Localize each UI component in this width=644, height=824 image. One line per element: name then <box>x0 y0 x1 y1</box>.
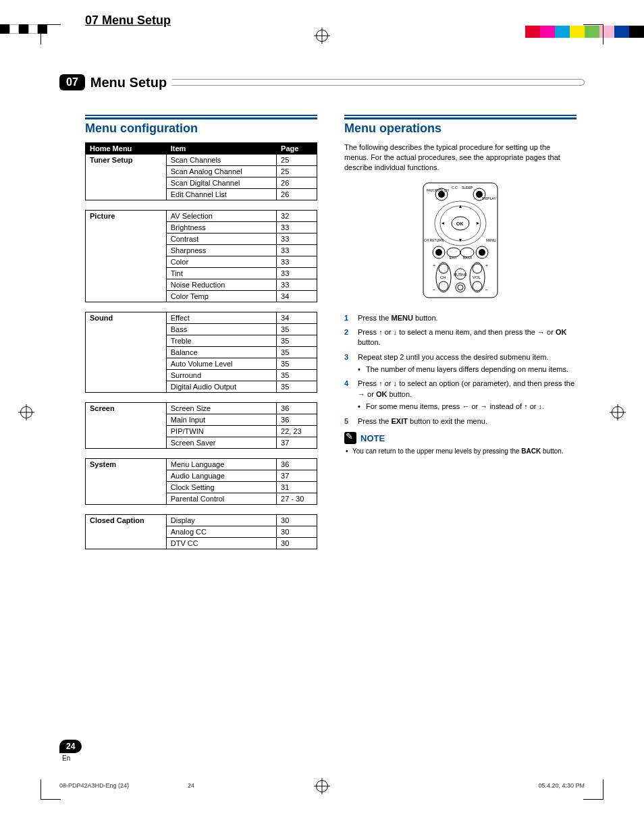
cell: 26 <box>277 177 317 189</box>
th-page: Page <box>277 143 317 155</box>
svg-text:–: – <box>485 287 488 292</box>
cell: 25 <box>277 155 317 166</box>
cat-picture: Picture <box>86 211 167 302</box>
step-5: Press the EXIT button to exit the menu. <box>344 416 576 427</box>
cell: Balance <box>166 347 276 358</box>
svg-text:FAVORITE CH: FAVORITE CH <box>427 188 449 192</box>
svg-text:CH RETURN: CH RETURN <box>424 238 444 242</box>
crop-corner-bl <box>41 779 61 800</box>
arrow-right-icon: → <box>537 328 545 336</box>
footer-left: 08-PDP42A3HD-Eng (24) <box>59 782 129 789</box>
step-2: Press ↑ or ↓ to select a menu item, and … <box>344 327 576 348</box>
cell: Bass <box>166 324 276 335</box>
cell: Clock Setting <box>166 482 276 493</box>
cell: Contrast <box>166 234 276 245</box>
svg-text:+: + <box>433 263 435 268</box>
menu-operations-column: Menu operations The following describes … <box>344 115 576 559</box>
svg-text:EXIT: EXIT <box>450 256 457 260</box>
svg-point-29 <box>473 281 482 291</box>
cell: AV Selection <box>166 211 276 222</box>
cell: Color <box>166 256 276 268</box>
cell: Parental Control <box>166 493 276 505</box>
config-table-sound: Sound Effect34 Bass35 Treble35 Balance35… <box>85 312 317 393</box>
cell: 33 <box>277 279 317 291</box>
crop-corner-tl <box>41 24 61 45</box>
chapter-header: 07 Menu Setup <box>59 74 585 90</box>
note-item: You can return to the upper menu levels … <box>346 447 576 456</box>
cell: PIP/TWIN <box>166 426 276 437</box>
svg-text:MENU: MENU <box>486 238 496 242</box>
cell: 36 <box>277 414 317 426</box>
cell: 34 <box>277 312 317 324</box>
cell: Digital Audio Output <box>166 381 276 393</box>
footer-mid: 24 <box>188 782 194 789</box>
steps-list: Press the MENU button. Press ↑ or ↓ to s… <box>344 313 576 427</box>
svg-text:MUTING: MUTING <box>454 273 467 277</box>
cat-system: System <box>86 459 167 505</box>
note-label: NOTE <box>360 433 385 443</box>
cell: Screen Saver <box>166 437 276 449</box>
page-number: 24 <box>59 740 82 753</box>
cell: 22, 23 <box>277 426 317 437</box>
svg-text:–: – <box>433 287 435 292</box>
cell: 36 <box>277 459 317 470</box>
chapter-title: Menu Setup <box>90 75 167 90</box>
cell: Color Temp <box>166 291 276 302</box>
cell: Tint <box>166 268 276 279</box>
cell: Screen Size <box>166 403 276 414</box>
cell: Edit Channel List <box>166 189 276 200</box>
svg-text:+: + <box>485 263 488 268</box>
svg-point-33 <box>456 283 465 292</box>
svg-point-25 <box>439 281 448 291</box>
running-header: 07 Menu Setup <box>85 13 171 28</box>
step-3-sub: The number of menu layers differs depend… <box>358 364 576 375</box>
note-icon <box>344 432 356 444</box>
cell: Scan Analog Channel <box>166 166 276 177</box>
cell: 33 <box>277 256 317 268</box>
svg-text:C.C.: C.C. <box>452 186 458 190</box>
config-table-screen: Screen Screen Size36 Main Input36 PIP/TW… <box>85 402 317 449</box>
arrow-left-icon: ← <box>462 402 469 410</box>
note-header: NOTE <box>344 432 576 444</box>
arrow-right-icon: → <box>358 390 365 398</box>
chapter-rule <box>172 79 585 86</box>
cell: 35 <box>277 347 317 358</box>
svg-text:OK: OK <box>456 221 464 226</box>
cell: 33 <box>277 245 317 256</box>
cell: Menu Language <box>166 459 276 470</box>
svg-point-28 <box>473 264 482 273</box>
config-table-system: System Menu Language36 Audio Language37 … <box>85 458 317 505</box>
svg-text:BACK: BACK <box>463 256 473 260</box>
cell: 35 <box>277 358 317 370</box>
registration-mark-left <box>20 406 32 418</box>
footer: 08-PDP42A3HD-Eng (24) 24 05.4.20, 4:30 P… <box>59 782 585 789</box>
page-number-badge: 24 En <box>59 740 82 762</box>
svg-text:VOL: VOL <box>473 275 481 279</box>
th-item: Item <box>166 143 276 155</box>
cell: DTV CC <box>166 538 276 549</box>
registration-mark-right <box>612 406 624 418</box>
cell: Scan Digital Channel <box>166 177 276 189</box>
cell: 33 <box>277 268 317 279</box>
page-lang: En <box>62 754 82 762</box>
step-1: Press the MENU button. <box>344 313 576 323</box>
th-home: Home Menu <box>86 143 167 155</box>
cell: 32 <box>277 211 317 222</box>
config-table-closedcaption: Closed Caption Display30 Analog CC30 DTV… <box>85 514 317 549</box>
svg-point-18 <box>479 249 485 256</box>
cell: Analog CC <box>166 526 276 538</box>
cell: Scan Channels <box>166 155 276 166</box>
note-body: You can return to the upper menu levels … <box>344 447 576 456</box>
crop-corner-tr <box>583 24 603 45</box>
cell: 33 <box>277 222 317 234</box>
cell: 26 <box>277 189 317 200</box>
menu-ops-heading: Menu operations <box>344 117 576 136</box>
svg-point-24 <box>439 264 448 273</box>
step-3: Repeat step 2 until you access the desir… <box>344 352 576 375</box>
cell: Brightness <box>166 222 276 234</box>
config-table-picture: Picture AV Selection32 Brightness33 Cont… <box>85 210 317 302</box>
menu-config-heading: Menu configuration <box>85 117 317 136</box>
step-4-sub: For some menu items, press ← or → instea… <box>358 402 576 412</box>
arrow-right-icon: → <box>480 402 487 410</box>
cat-cc: Closed Caption <box>86 515 167 549</box>
